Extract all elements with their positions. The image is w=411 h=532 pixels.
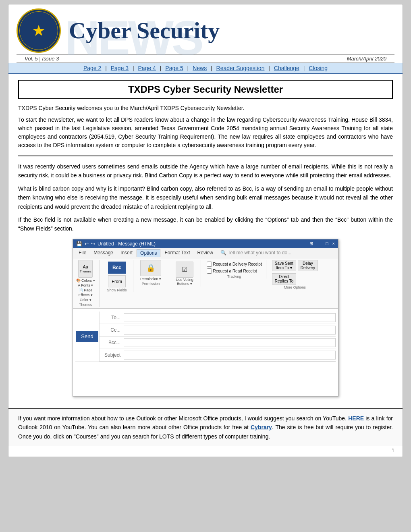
page-button[interactable]: 📄 Page bbox=[79, 288, 92, 292]
permission-button[interactable]: 🔒 bbox=[140, 260, 161, 276]
date-info: March/April 2020 bbox=[347, 56, 386, 62]
send-button-col: Send bbox=[75, 312, 100, 362]
direct-replies-row: DirectReplies To bbox=[272, 273, 297, 285]
menu-format-text[interactable]: Format Text bbox=[161, 249, 193, 257]
menu-tell-me[interactable]: 🔍 Tell me what you want to do... bbox=[217, 249, 295, 257]
nav-reader-suggestion[interactable]: Reader Suggestion bbox=[216, 65, 265, 71]
save-sent-button[interactable]: Save SentItem To ▾ bbox=[272, 260, 296, 271]
tracking-label: Tracking bbox=[227, 274, 241, 278]
bcc-label: Bcc... bbox=[100, 340, 124, 345]
nav-closing[interactable]: Closing bbox=[309, 65, 328, 71]
titlebar-controls: ⊞ — □ × bbox=[309, 241, 335, 246]
cybrary-link[interactable]: Cybrary bbox=[251, 424, 272, 430]
nav-page2[interactable]: Page 2 bbox=[83, 65, 101, 71]
from-button[interactable]: From bbox=[108, 275, 126, 287]
vol-info: Vol. 5 | Issue 3 bbox=[25, 56, 59, 62]
subject-input[interactable] bbox=[124, 351, 336, 360]
outlook-redo-icon: ↪ bbox=[91, 241, 95, 247]
email-body-area[interactable] bbox=[75, 362, 336, 394]
fonts-icon: A bbox=[78, 283, 80, 287]
direct-replies-button[interactable]: DirectReplies To bbox=[272, 273, 297, 285]
menu-file[interactable]: File bbox=[75, 249, 89, 257]
body-para-3: If the Bcc field is not available when c… bbox=[18, 215, 393, 233]
read-receipt-text: Request a Read Receipt bbox=[213, 269, 257, 273]
ribbon-more-options-group: Save SentItem To ▾ DelayDelivery DirectR… bbox=[272, 260, 322, 289]
show-fields-buttons: Bcc From bbox=[108, 260, 126, 287]
newsletter-title: TXDPS Cyber Security Newsletter bbox=[18, 80, 393, 99]
nav-news[interactable]: News bbox=[193, 65, 207, 71]
voting-button[interactable]: ☑ Use Voting Buttons ▾ bbox=[176, 262, 193, 286]
delivery-receipt-checkbox[interactable] bbox=[207, 262, 212, 267]
ribbon-show-fields-group: Bcc From Show Fields bbox=[105, 260, 133, 292]
bcc-field-row: Bcc... bbox=[100, 337, 336, 349]
menu-message[interactable]: Message bbox=[90, 249, 116, 257]
bcc-input[interactable] bbox=[124, 338, 336, 347]
delivery-receipt-text: Request a Delivery Receipt bbox=[213, 262, 262, 266]
outlook-titlebar: 💾 ↩ ↪ Untitled - Message (HTML) ⊞ — □ × bbox=[73, 239, 338, 248]
email-send-area: Send To... Cc... Bcc... bbox=[75, 312, 336, 362]
permission-group-label: Permission bbox=[142, 282, 160, 286]
menu-options[interactable]: Options bbox=[137, 249, 160, 257]
themes-button[interactable]: Aa Themes bbox=[78, 260, 93, 278]
bcc-button[interactable]: Bcc bbox=[108, 262, 126, 274]
permission-label: Permission ▾ bbox=[140, 277, 161, 281]
nav-page3[interactable]: Page 3 bbox=[111, 65, 129, 71]
intro-para-1: TXDPS Cyber Security welcomes you to the… bbox=[18, 104, 393, 112]
ribbon-tracking-group: Request a Delivery Receipt Request a Rea… bbox=[207, 260, 266, 278]
themes-sub-buttons: 🎨 Colors ▾ bbox=[76, 278, 95, 283]
delay-delivery-button[interactable]: DelayDelivery bbox=[298, 260, 318, 271]
cc-label: Cc... bbox=[100, 327, 124, 333]
fonts-button[interactable]: A Fonts ▾ bbox=[78, 283, 93, 287]
footer-para: If you want more information about how t… bbox=[18, 414, 393, 441]
page-color-button[interactable]: Color ▾ bbox=[80, 298, 91, 302]
show-fields-label: Show Fields bbox=[107, 288, 127, 292]
outlook-minimize-icon: — bbox=[317, 241, 322, 246]
logo-star-icon: ★ bbox=[32, 22, 46, 39]
page-icon: 📄 bbox=[79, 288, 83, 292]
intro-para-2: To start the newsletter, we want to let … bbox=[18, 116, 393, 150]
cc-input[interactable] bbox=[124, 326, 336, 335]
email-compose-area: Send To... Cc... Bcc... bbox=[73, 309, 338, 396]
body-para-1: It was recently observed users sometimes… bbox=[18, 162, 393, 180]
read-receipt-label[interactable]: Request a Read Receipt bbox=[207, 268, 262, 274]
send-button[interactable]: Send bbox=[76, 331, 98, 342]
outlook-menubar: File Message Insert Options Format Text … bbox=[73, 248, 338, 258]
section-divider bbox=[18, 155, 393, 156]
colors-button[interactable]: 🎨 Colors ▾ bbox=[76, 278, 95, 283]
titlebar-title: Untitled - Message (HTML) bbox=[98, 241, 156, 247]
voting-icon: ☑ bbox=[176, 262, 193, 278]
outlook-ribbon: Aa Themes 🎨 Colors ▾ A Fonts ▾ bbox=[73, 258, 338, 309]
page: ★ NEWS Cyber Security Vol. 5 | Issue 3 M… bbox=[8, 4, 403, 457]
delivery-receipt-label[interactable]: Request a Delivery Receipt bbox=[207, 262, 262, 267]
ribbon-permission-group: 🔒 Permission ▾ Permission bbox=[139, 260, 167, 286]
menu-review[interactable]: Review bbox=[194, 249, 216, 257]
effects-button[interactable]: Effects ▾ bbox=[79, 293, 93, 297]
nav-page5[interactable]: Page 5 bbox=[165, 65, 183, 71]
themes-effects-row: Effects ▾ bbox=[79, 293, 93, 297]
themes-icons: Aa Themes bbox=[78, 260, 93, 278]
menu-insert[interactable]: Insert bbox=[117, 249, 136, 257]
main-content: TXDPS Cyber Security Newsletter TXDPS Cy… bbox=[8, 74, 403, 408]
nav-challenge[interactable]: Challenge bbox=[274, 65, 299, 71]
page-number: 1 bbox=[8, 446, 403, 457]
ribbon-voting-group: ☑ Use Voting Buttons ▾ bbox=[173, 260, 201, 287]
outlook-screenshot: 💾 ↩ ↪ Untitled - Message (HTML) ⊞ — □ × … bbox=[73, 239, 338, 397]
to-input[interactable] bbox=[124, 313, 336, 322]
themes-page-row: 📄 Page bbox=[79, 288, 92, 292]
themes-sub-row2: A Fonts ▾ bbox=[78, 283, 93, 287]
read-receipt-checkbox[interactable] bbox=[207, 268, 212, 274]
email-fields-col: To... Cc... Bcc... Subject bbox=[100, 312, 336, 362]
page-title: Cyber Security bbox=[69, 18, 394, 44]
header-title-area: NEWS Cyber Security bbox=[61, 18, 394, 44]
tracking-checkboxes: Request a Delivery Receipt Request a Rea… bbox=[207, 260, 262, 274]
subject-label: Subject bbox=[100, 352, 124, 358]
nav-page4[interactable]: Page 4 bbox=[138, 65, 156, 71]
themes-label: Themes bbox=[79, 303, 92, 307]
themes-color-row: Color ▾ bbox=[80, 298, 91, 302]
here-link[interactable]: HERE bbox=[348, 415, 364, 422]
body-para-2: What is blind carbon copy and why is it … bbox=[18, 184, 393, 211]
save-delay-row: Save SentItem To ▾ DelayDelivery bbox=[272, 260, 318, 271]
footer-section: If you want more information about how t… bbox=[8, 408, 403, 446]
colors-icon: 🎨 bbox=[76, 278, 81, 283]
ribbon-themes-group: Aa Themes 🎨 Colors ▾ A Fonts ▾ bbox=[76, 260, 100, 307]
